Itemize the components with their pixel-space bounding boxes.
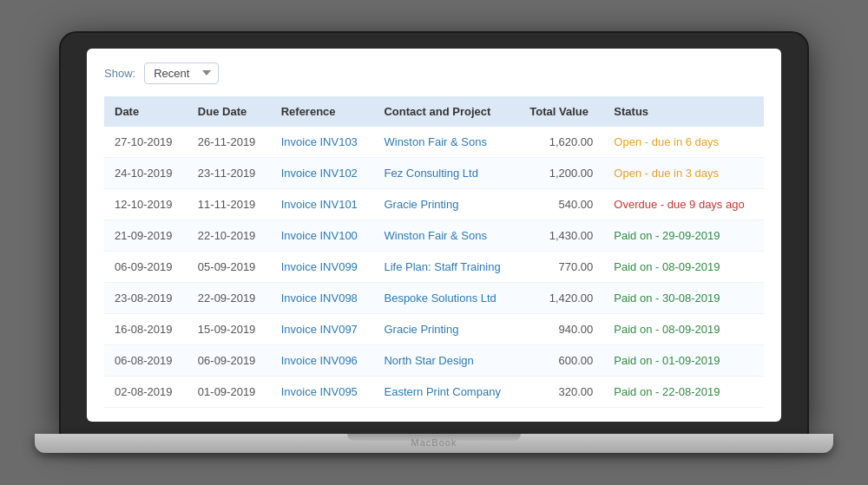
cell-date: 12-10-2019: [104, 188, 187, 220]
cell-status: Overdue - due 9 days ago: [603, 188, 764, 220]
laptop-wrapper: Show: RecentAllOpenOverduePaid DateDue D…: [61, 33, 807, 453]
cell-date: 16-08-2019: [104, 313, 187, 344]
cell-total-value: 600.00: [519, 344, 603, 376]
table-header-cell: Reference: [271, 96, 374, 127]
cell-contact[interactable]: Eastern Print Company: [373, 376, 519, 407]
cell-contact[interactable]: Gracie Printing: [373, 188, 519, 220]
table-header-cell: Contact and Project: [373, 96, 519, 127]
cell-due-date: 22-09-2019: [187, 282, 271, 313]
cell-reference[interactable]: Invoice INV095: [271, 376, 374, 407]
cell-date: 23-08-2019: [104, 282, 187, 313]
laptop-screen: Show: RecentAllOpenOverduePaid DateDue D…: [87, 49, 781, 422]
cell-reference[interactable]: Invoice INV102: [271, 157, 374, 188]
table-row: 21-09-201922-10-2019Invoice INV100Winsto…: [104, 220, 764, 251]
table-row: 23-08-201922-09-2019Invoice INV098Bespok…: [104, 282, 764, 313]
cell-contact[interactable]: Gracie Printing: [373, 313, 519, 344]
laptop-notch: [347, 434, 521, 441]
cell-date: 06-09-2019: [104, 251, 187, 282]
cell-due-date: 23-11-2019: [187, 157, 271, 188]
cell-total-value: 1,200.00: [519, 157, 603, 188]
status-label: Paid on: [614, 354, 652, 367]
cell-due-date: 22-10-2019: [187, 220, 271, 251]
table-body: 27-10-201926-11-2019Invoice INV103Winsto…: [104, 127, 764, 408]
cell-date: 06-08-2019: [104, 344, 187, 376]
table-header-cell: Total Value: [519, 96, 603, 127]
cell-contact[interactable]: Bespoke Solutions Ltd: [373, 282, 519, 313]
status-label: Paid on: [614, 229, 652, 242]
table-row: 02-08-201901-09-2019Invoice INV095Easter…: [104, 376, 764, 407]
table-row: 06-08-201906-09-2019Invoice INV096North …: [104, 344, 764, 376]
status-label: Paid on: [614, 385, 652, 398]
cell-total-value: 1,430.00: [519, 220, 603, 251]
cell-status: Paid on - 01-09-2019: [603, 344, 764, 376]
table-header-cell: Due Date: [187, 96, 271, 127]
status-detail: - 08-09-2019: [652, 323, 720, 336]
header-row: DateDue DateReferenceContact and Project…: [104, 96, 764, 127]
cell-reference[interactable]: Invoice INV103: [271, 127, 374, 158]
status-detail: - 22-08-2019: [652, 385, 720, 398]
cell-status: Open - due in 3 days: [603, 157, 764, 188]
laptop-base: [35, 434, 833, 453]
cell-due-date: 15-09-2019: [187, 313, 271, 344]
cell-status: Paid on - 29-09-2019: [603, 220, 764, 251]
show-filter-select[interactable]: RecentAllOpenOverduePaid: [144, 62, 219, 84]
cell-status: Paid on - 22-08-2019: [603, 376, 764, 407]
table-row: 16-08-201915-09-2019Invoice INV097Gracie…: [104, 313, 764, 344]
status-detail: - due 9 days ago: [657, 198, 744, 211]
status-label: Paid on: [614, 323, 652, 336]
cell-reference[interactable]: Invoice INV099: [271, 251, 374, 282]
table-row: 24-10-201923-11-2019Invoice INV102Fez Co…: [104, 157, 764, 188]
cell-due-date: 26-11-2019: [187, 127, 271, 158]
table-row: 12-10-201911-11-2019Invoice INV101Gracie…: [104, 188, 764, 220]
cell-total-value: 540.00: [519, 188, 603, 220]
cell-status: Paid on - 30-08-2019: [603, 282, 764, 313]
cell-reference[interactable]: Invoice INV100: [271, 220, 374, 251]
status-label: Overdue: [614, 198, 657, 211]
status-label: Open: [614, 167, 641, 180]
status-detail: - 29-09-2019: [652, 229, 720, 242]
cell-total-value: 770.00: [519, 251, 603, 282]
cell-total-value: 320.00: [519, 376, 603, 407]
status-detail: - 01-09-2019: [652, 354, 720, 367]
table-row: 06-09-201905-09-2019Invoice INV099Life P…: [104, 251, 764, 282]
cell-date: 21-09-2019: [104, 220, 187, 251]
cell-due-date: 01-09-2019: [187, 376, 271, 407]
status-label: Paid on: [614, 260, 652, 273]
status-detail: - due in 6 days: [641, 135, 719, 148]
cell-reference[interactable]: Invoice INV101: [271, 188, 374, 220]
cell-total-value: 940.00: [519, 313, 603, 344]
cell-status: Paid on - 08-09-2019: [603, 313, 764, 344]
cell-contact[interactable]: Fez Consulting Ltd: [373, 157, 519, 188]
cell-status: Open - due in 6 days: [603, 127, 764, 158]
status-detail: - due in 3 days: [641, 167, 719, 180]
cell-contact[interactable]: Winston Fair & Sons: [373, 220, 519, 251]
invoices-table: DateDue DateReferenceContact and Project…: [104, 96, 764, 408]
filter-bar: Show: RecentAllOpenOverduePaid: [104, 62, 764, 84]
cell-reference[interactable]: Invoice INV098: [271, 282, 374, 313]
cell-contact[interactable]: Life Plan: Staff Training: [373, 251, 519, 282]
cell-date: 02-08-2019: [104, 376, 187, 407]
table-header-cell: Date: [104, 96, 187, 127]
filter-label: Show:: [104, 67, 135, 80]
table-header: DateDue DateReferenceContact and Project…: [104, 96, 764, 127]
cell-contact[interactable]: North Star Design: [373, 344, 519, 376]
laptop-screen-bezel: Show: RecentAllOpenOverduePaid DateDue D…: [61, 33, 807, 434]
cell-due-date: 11-11-2019: [187, 188, 271, 220]
app-content: Show: RecentAllOpenOverduePaid DateDue D…: [87, 49, 781, 422]
cell-date: 24-10-2019: [104, 157, 187, 188]
cell-due-date: 06-09-2019: [187, 344, 271, 376]
cell-reference[interactable]: Invoice INV097: [271, 313, 374, 344]
status-detail: - 30-08-2019: [652, 292, 720, 305]
cell-contact[interactable]: Winston Fair & Sons: [373, 127, 519, 158]
status-label: Paid on: [614, 292, 652, 305]
status-detail: - 08-09-2019: [652, 260, 720, 273]
table-row: 27-10-201926-11-2019Invoice INV103Winsto…: [104, 127, 764, 158]
cell-total-value: 1,420.00: [519, 282, 603, 313]
cell-date: 27-10-2019: [104, 127, 187, 158]
status-label: Open: [614, 135, 641, 148]
table-header-cell: Status: [603, 96, 764, 127]
cell-total-value: 1,620.00: [519, 127, 603, 158]
cell-reference[interactable]: Invoice INV096: [271, 344, 374, 376]
cell-due-date: 05-09-2019: [187, 251, 271, 282]
cell-status: Paid on - 08-09-2019: [603, 251, 764, 282]
